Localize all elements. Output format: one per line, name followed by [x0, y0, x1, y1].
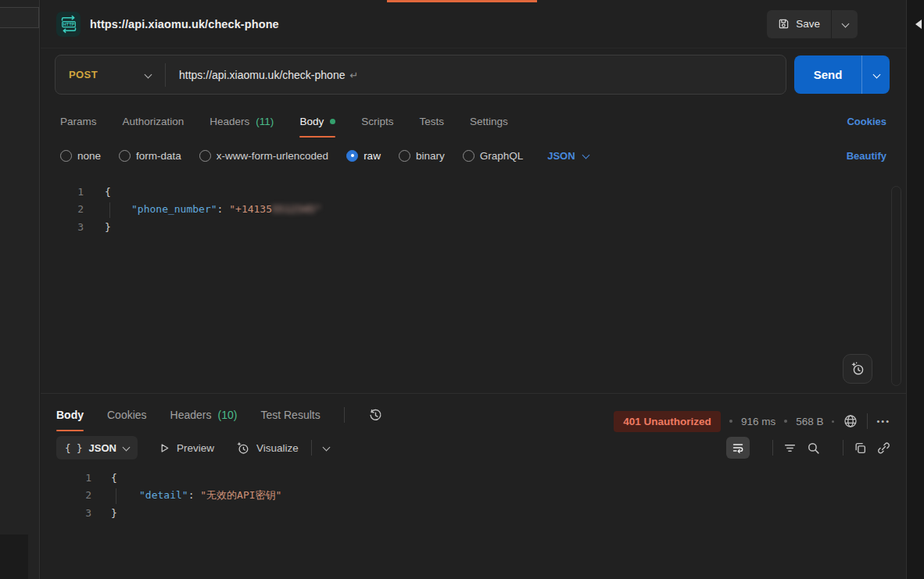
divider — [344, 407, 345, 423]
response-history-button[interactable] — [368, 408, 383, 423]
status-badge[interactable]: 401 Unauthorized — [614, 411, 721, 432]
postbot-sparkle-icon — [850, 361, 865, 377]
tab-body[interactable]: Body — [299, 108, 335, 134]
response-size[interactable]: 568 B — [796, 416, 823, 427]
code-line: 2 "phone_number": "+141355512345" — [41, 201, 906, 219]
code-line: 1 { — [41, 183, 906, 201]
globe-icon — [843, 413, 858, 429]
divider — [867, 413, 868, 429]
response-format-select[interactable]: { } JSON — [56, 436, 138, 459]
request-body-editor[interactable]: 1 { 2 "phone_number": "+141355512345" 3 … — [41, 183, 906, 392]
line-number: 2 — [41, 203, 84, 215]
separator-dot — [784, 420, 787, 423]
method-select[interactable]: POST — [56, 69, 165, 80]
svg-text:HTTP: HTTP — [63, 22, 74, 27]
code-line: 2 "detail": "无效的API密钥" — [41, 487, 906, 505]
url-input[interactable]: https://api.xiaomu.uk/check-phone↵ — [166, 69, 358, 81]
response-status-cluster: 401 Unauthorized 916 ms 568 B — [614, 406, 890, 436]
radio-x-www-form-urlencoded[interactable]: x-www-form-urlencoded — [199, 150, 328, 162]
radio-icon — [119, 150, 131, 162]
save-options-button[interactable] — [831, 10, 858, 38]
sidebar-collapsed-item[interactable] — [0, 7, 39, 28]
tab-params[interactable]: Params — [60, 108, 97, 134]
response-tab-body[interactable]: Body — [56, 402, 84, 428]
tab-scripts[interactable]: Scripts — [361, 108, 393, 134]
request-panel: HTTP https://api.xiaomu.uk/check-phone S… — [41, 0, 906, 579]
request-header-bar: HTTP https://api.xiaomu.uk/check-phone S… — [41, 0, 906, 48]
link-button[interactable] — [877, 441, 890, 455]
tab-settings[interactable]: Settings — [470, 108, 508, 134]
line-number: 2 — [41, 489, 91, 501]
send-options-button[interactable] — [861, 55, 890, 94]
response-toolbar: { } JSON Preview — [41, 434, 906, 461]
radio-icon — [199, 150, 211, 162]
save-button[interactable]: Save — [767, 10, 831, 38]
send-split-button: Send — [794, 55, 890, 94]
line-number: 1 — [41, 186, 84, 198]
body-modified-dot — [330, 119, 335, 124]
editor-scrollbar[interactable] — [891, 186, 901, 386]
divider — [843, 440, 843, 456]
tab-authorization[interactable]: Authorization — [123, 108, 184, 134]
radio-graphql[interactable]: GraphQL — [463, 150, 524, 162]
request-tabs: Params Authorization Headers(11) Body Sc… — [41, 108, 906, 134]
radio-none[interactable]: none — [60, 150, 101, 162]
response-panel: Body Cookies Headers(10) Test Results — [41, 393, 906, 579]
json-key: "detail" — [139, 489, 188, 501]
radio-icon — [399, 150, 410, 162]
save-icon — [778, 18, 790, 30]
copy-button[interactable] — [854, 441, 867, 455]
search-button[interactable] — [807, 441, 820, 455]
more-options-icon[interactable]: ••• — [876, 416, 890, 426]
redacted-phone-value: 5512345" — [272, 203, 321, 215]
http-method-icon: HTTP — [56, 12, 81, 37]
radio-form-data[interactable]: form-data — [119, 150, 181, 162]
cookies-link[interactable]: Cookies — [847, 116, 886, 127]
response-tab-cookies[interactable]: Cookies — [107, 402, 147, 428]
visualize-button[interactable]: Visualize — [235, 441, 299, 456]
beautify-link[interactable]: Beautify — [847, 150, 886, 162]
indent-guide — [116, 488, 116, 504]
url-input-box: POST https://api.xiaomu.uk/check-phone↵ — [55, 55, 786, 95]
chevron-down-icon[interactable] — [323, 445, 329, 451]
line-number: 3 — [41, 221, 84, 233]
language-select[interactable]: JSON — [547, 150, 588, 162]
code-line: 3 } — [41, 218, 906, 236]
radio-binary[interactable]: binary — [399, 150, 445, 162]
tab-tests[interactable]: Tests — [419, 108, 444, 134]
active-tab-indicator — [387, 0, 537, 2]
response-tab-test-results[interactable]: Test Results — [260, 402, 320, 428]
line-number: 1 — [41, 472, 91, 484]
method-label: POST — [69, 69, 98, 80]
wrap-text-button[interactable] — [726, 437, 750, 459]
link-icon — [877, 441, 890, 455]
divider — [772, 440, 773, 456]
visualize-sparkle-icon — [235, 441, 250, 456]
save-button-label: Save — [796, 18, 820, 30]
radio-checked-icon — [346, 150, 358, 162]
tab-headers[interactable]: Headers(11) — [210, 108, 274, 134]
sidebar-footer — [0, 534, 28, 579]
chevron-down-icon — [842, 21, 848, 27]
json-key: "phone_number" — [131, 203, 217, 215]
response-body-editor[interactable]: 1 { 2 "detail": "无效的API密钥" 3 } — [41, 469, 906, 522]
separator-dot — [729, 420, 732, 423]
radio-icon — [463, 150, 475, 162]
filter-button[interactable] — [783, 441, 797, 455]
filter-icon — [783, 441, 797, 455]
radio-raw[interactable]: raw — [346, 150, 381, 162]
preview-button[interactable]: Preview — [159, 442, 214, 454]
history-icon — [368, 408, 383, 423]
send-button[interactable]: Send — [794, 55, 861, 94]
network-info-button[interactable] — [843, 413, 858, 429]
collapse-arrow-icon[interactable] — [915, 20, 922, 29]
code-line: 1 { — [41, 469, 906, 487]
postbot-button[interactable] — [843, 354, 872, 384]
chevron-down-icon — [145, 72, 151, 78]
response-tab-headers[interactable]: Headers(10) — [170, 402, 238, 428]
separator-dot — [832, 420, 834, 423]
url-row: POST https://api.xiaomu.uk/check-phone↵ … — [41, 55, 906, 95]
radio-icon — [60, 150, 72, 162]
response-time[interactable]: 916 ms — [741, 416, 775, 427]
enter-hint-icon: ↵ — [349, 70, 358, 81]
